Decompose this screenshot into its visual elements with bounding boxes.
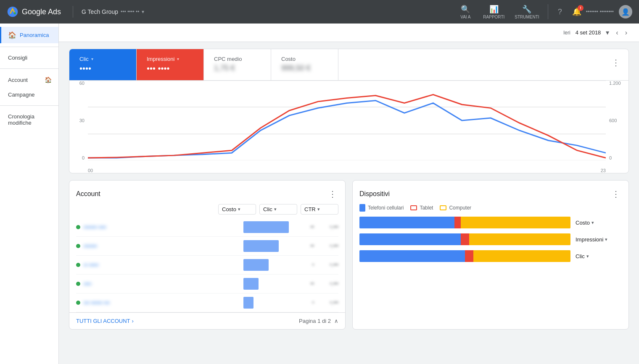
mobile-icon (359, 204, 365, 212)
user-info: ••••••• •••••••• (586, 9, 614, 15)
col-ctr-arrow: ▾ (317, 207, 320, 212)
metric-clic-label: Clic (79, 56, 89, 62)
row-account-name[interactable]: ••• •••••• ••• (84, 300, 240, 306)
dispositivi-bars: Costo ▾ Impression (353, 217, 628, 274)
more-options-button[interactable]: ⋮ (610, 56, 622, 69)
legend-mobile: Telefoni cellulari (359, 204, 404, 212)
pagination-label: Pagina 1 di 2 (299, 318, 331, 324)
clic-label: Clic (576, 253, 585, 259)
disp-bar-tablet-costo (454, 217, 461, 228)
sidebar-item-label: Campagne (8, 92, 35, 98)
chart-y-left-labels: 60 30 0 (69, 81, 86, 160)
disp-bar-label-impressioni[interactable]: Impressioni ▾ (576, 236, 622, 243)
date-label: Ieri (563, 30, 570, 36)
sidebar-divider-2 (0, 68, 58, 69)
col-ctr-label: CTR (304, 206, 316, 212)
main-content: Ieri 4 set 2018 ▾ ‹ › Clic ▾ •••• (59, 24, 639, 364)
app-title: Google Ads (22, 8, 61, 16)
row-status-dot (76, 282, 80, 286)
chart-x-labels: 00 23 (88, 168, 606, 173)
metric-impressioni-arrow: ▾ (177, 57, 179, 61)
search-icon: 🔍 (461, 5, 470, 14)
sidebar-item-label: Panoramica (20, 32, 49, 38)
notification-badge: ! (578, 5, 584, 11)
col-select-costo[interactable]: Costo ▾ (218, 204, 256, 215)
date-dropdown-button[interactable]: ▾ (604, 27, 611, 38)
disp-bar-row-costo: Costo ▾ (359, 217, 622, 228)
sidebar: 🏠 Panoramica Consigli Account 🏠 Campagne… (0, 24, 59, 364)
sidebar-item-label: Consigli (8, 55, 27, 61)
nav-divider (73, 6, 73, 18)
date-next-button[interactable]: › (623, 27, 629, 38)
row-ctr-value: •,••• (317, 300, 338, 306)
account-more-options-button[interactable]: ⋮ (327, 187, 338, 201)
user-avatar[interactable]: 👤 (619, 5, 632, 18)
tutti-gli-account-link[interactable]: TUTTI GLI ACCOUNT › (76, 318, 134, 324)
row-clic-value: •• (297, 243, 314, 249)
pagination: Pagina 1 di 2 ∧ (299, 318, 338, 324)
row-cost-bar (243, 240, 279, 252)
table-row: ••••••• •••• •• •,••• (76, 218, 338, 237)
row-status-dot (76, 244, 80, 248)
disp-bar-computer-costo (461, 217, 570, 228)
row-bar-col (243, 240, 294, 252)
row-account-name[interactable]: ••••••• •••• (84, 224, 240, 230)
metric-tab-clic[interactable]: Clic ▾ •••• (69, 49, 137, 80)
metric-impressioni-value: ••• •••• (147, 64, 193, 73)
disp-bar-row-clic: Clic ▾ (359, 250, 622, 262)
sidebar-item-panoramica[interactable]: 🏠 Panoramica (0, 27, 58, 43)
disp-bar-computer-clic (473, 250, 570, 262)
metric-costo-value: 999,50 € (281, 64, 328, 73)
disp-bar-label-clic[interactable]: Clic ▾ (576, 253, 622, 259)
account-card: Account ⋮ Costo ▾ Clic ▾ (69, 180, 346, 330)
impressioni-label: Impressioni (576, 236, 603, 243)
tablet-icon (410, 205, 417, 210)
row-account-name[interactable]: •••• (84, 281, 240, 287)
sidebar-item-account[interactable]: Account 🏠 (0, 72, 58, 87)
sidebar-item-campagne[interactable]: Campagne (0, 87, 58, 102)
logo: Google Ads (7, 6, 64, 18)
account-home-icon: 🏠 (45, 76, 52, 83)
row-cost-bar (243, 221, 289, 233)
metric-tab-costo[interactable]: Costo 999,50 € (271, 49, 338, 80)
help-icon: ? (558, 8, 562, 16)
chart-more-options: ⋮ (603, 49, 628, 80)
pagination-toggle-icon[interactable]: ∧ (334, 318, 338, 324)
dispositivi-card-title: Dispositivi (359, 190, 390, 198)
legend-computer: Computer (440, 205, 471, 211)
account-selector[interactable]: G Tech Group ••• •••• •• ▾ (82, 8, 144, 15)
rapporti-button[interactable]: 📊 RAPPORTI (479, 3, 509, 21)
row-ctr-value: •,••• (317, 224, 338, 230)
svg-point-1 (14, 12, 16, 14)
col-select-clic[interactable]: Clic ▾ (259, 204, 297, 215)
sidebar-item-cronologia[interactable]: Cronologia modifiche (0, 109, 58, 130)
metric-tab-cpc[interactable]: CPC medio 1,75 € (204, 49, 271, 80)
col-costo-label: Costo (222, 206, 236, 212)
strumenti-button[interactable]: 🔧 STRUMENTI (510, 3, 543, 21)
metric-cpc-value: 1,75 € (214, 64, 261, 73)
col-select-ctr[interactable]: CTR ▾ (301, 204, 338, 215)
row-clic-value: • (297, 262, 314, 268)
topnav-actions: 🔍 VAI A 📊 RAPPORTI 🔧 STRUMENTI ? 🔔 ! •••… (454, 3, 632, 21)
chart-area: 60 30 0 1.200 600 0 00 (69, 81, 628, 173)
computer-icon (440, 205, 446, 210)
dispositivi-more-options-button[interactable]: ⋮ (610, 187, 622, 201)
sidebar-item-consigli[interactable]: Consigli (0, 50, 58, 65)
notifications-button[interactable]: 🔔 ! (569, 4, 584, 19)
row-clic-value: •• (297, 224, 314, 230)
disp-bar-label-costo[interactable]: Costo ▾ (576, 220, 622, 226)
vai-a-button[interactable]: 🔍 VAI A (454, 3, 477, 21)
date-prev-button[interactable]: ‹ (614, 27, 620, 38)
row-ctr-value: •,••• (317, 281, 338, 287)
metric-costo-label: Costo (281, 56, 296, 62)
avatar-image: 👤 (621, 8, 630, 16)
row-account-name[interactable]: ••••••• (84, 243, 240, 249)
help-button[interactable]: ? (552, 4, 568, 19)
disp-bar-row-impressioni: Impressioni ▾ (359, 233, 622, 245)
row-clic-value: • (297, 300, 314, 306)
performance-chart-card: Clic ▾ •••• Impressioni ▾ ••• •••• (69, 49, 629, 173)
metric-tab-impressioni[interactable]: Impressioni ▾ ••• •••• (137, 49, 204, 80)
account-rows: ••••••• •••• •• •,••• ••••••• (69, 218, 345, 312)
arrow-right-icon: › (132, 318, 134, 324)
row-account-name[interactable]: •• ••••• (84, 262, 240, 268)
